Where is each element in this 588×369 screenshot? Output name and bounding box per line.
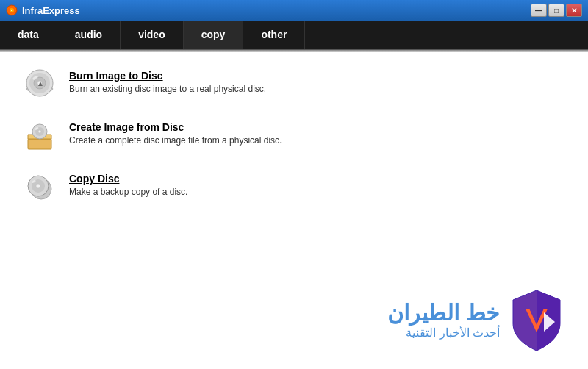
copy-disc-title: Copy Disc xyxy=(69,173,187,184)
copy-disc-desc: Make a backup copy of a disc. xyxy=(69,187,187,197)
content-area: ▲ Burn Image to Disc Burn an existing di… xyxy=(0,52,588,368)
copy-disc-item[interactable]: Copy Disc Make a backup copy of a disc. xyxy=(22,170,566,205)
title-bar: InfraExpress — □ ✕ xyxy=(0,0,588,21)
nav-bar: dataaudiovideocopyother xyxy=(0,21,588,50)
title-bar-left: InfraExpress xyxy=(6,4,80,16)
create-image-item[interactable]: Create Image from Disc Create a complete… xyxy=(22,118,566,154)
nav-item-data[interactable]: data xyxy=(0,21,57,49)
burn-image-text: Burn Image to Disc Burn an existing disc… xyxy=(69,67,266,94)
window-controls: — □ ✕ xyxy=(531,4,582,17)
burn-image-desc: Burn an existing disc image to a real ph… xyxy=(69,84,266,94)
burn-disc-icon: ▲ xyxy=(22,67,57,102)
app-title: InfraExpress xyxy=(22,5,80,16)
svg-text:▲: ▲ xyxy=(37,79,44,87)
close-button[interactable]: ✕ xyxy=(566,4,582,17)
create-image-title: Create Image from Disc xyxy=(69,121,282,133)
watermark-line2: أحدث الأخبار التقنية xyxy=(387,326,500,340)
nav-item-video[interactable]: video xyxy=(121,21,184,49)
maximize-button[interactable]: □ xyxy=(548,4,564,17)
watermark-text: خط الطيران أحدث الأخبار التقنية xyxy=(387,300,500,340)
svg-rect-10 xyxy=(28,139,51,149)
watermark: خط الطيران أحدث الأخبار التقنية xyxy=(387,287,566,353)
create-image-text: Create Image from Disc Create a complete… xyxy=(69,118,282,146)
create-image-desc: Create a complete disc image file from a… xyxy=(69,135,282,146)
nav-item-other[interactable]: other xyxy=(243,21,305,49)
watermark-logo xyxy=(507,287,566,353)
app-icon xyxy=(6,4,18,16)
watermark-line1: خط الطيران xyxy=(387,300,500,326)
copy-disc-icon xyxy=(22,170,57,205)
nav-item-copy[interactable]: copy xyxy=(184,21,244,49)
burn-image-title: Burn Image to Disc xyxy=(69,70,266,82)
svg-point-2 xyxy=(11,10,12,11)
nav-item-audio[interactable]: audio xyxy=(57,21,121,49)
burn-image-item[interactable]: ▲ Burn Image to Disc Burn an existing di… xyxy=(22,67,566,102)
copy-disc-text: Copy Disc Make a backup copy of a disc. xyxy=(69,170,187,197)
svg-point-20 xyxy=(36,184,40,188)
create-image-icon xyxy=(22,118,57,154)
svg-point-13 xyxy=(38,130,41,133)
minimize-button[interactable]: — xyxy=(531,4,547,17)
